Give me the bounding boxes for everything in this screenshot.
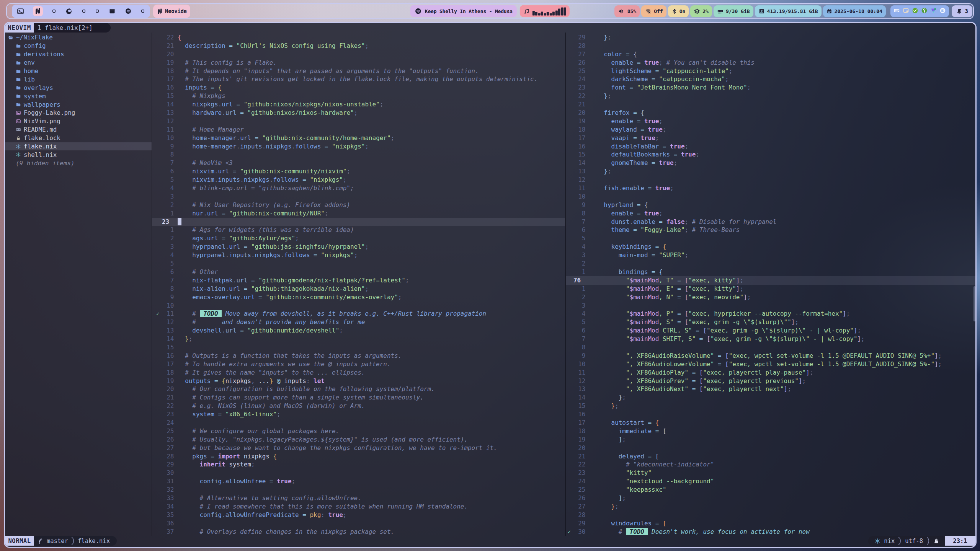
tree-item-nixvim.png[interactable]: NixVim.png: [5, 117, 152, 126]
code-line[interactable]: 19 enable = true;: [566, 117, 975, 126]
code-line[interactable]: 27 # but because we want to change the n…: [152, 444, 565, 452]
workspace-square[interactable]: [140, 9, 145, 13]
code-line[interactable]: 28 pkgs = import nixpkgs {: [152, 452, 565, 461]
workspace-spotify[interactable]: [125, 8, 132, 15]
tray-vpn[interactable]: [930, 7, 937, 15]
code-line[interactable]: 16 inputs = {: [152, 83, 565, 92]
code-line[interactable]: 9 ", XF86AudioRaiseVolume" = ["exec, wpc…: [566, 352, 975, 360]
code-line[interactable]: 13 hardware.url = "github:nixos/nixos-ha…: [152, 109, 565, 117]
code-line[interactable]: 6 "$mainMod CTRL, S" = ["exec, grim -g \…: [566, 326, 975, 335]
tray-screen-lock[interactable]: [903, 7, 909, 15]
code-line[interactable]: 18 # It depends on "inputs" that are pas…: [152, 67, 565, 75]
tree-item-config[interactable]: config: [5, 42, 152, 50]
volume-module[interactable]: 85%: [614, 5, 640, 17]
code-line[interactable]: 16 disableTabBar = true;: [566, 142, 975, 151]
code-line[interactable]: 18 wayland = true;: [566, 126, 975, 134]
code-line[interactable]: 6 nixvim.url = "github:nix-community/nix…: [152, 167, 565, 176]
code-line[interactable]: 12: [152, 117, 565, 126]
code-line[interactable]: 22 # e.g. NixOS (linux) and MacOS (darwi…: [152, 402, 565, 410]
code-line[interactable]: 9 home-manager.inputs.nixpkgs.follows = …: [152, 142, 565, 151]
tree-item-foggy-lake.png[interactable]: Foggy-Lake.png: [5, 109, 152, 117]
tree-item-shell.nix[interactable]: shell.nix: [5, 150, 152, 159]
code-line[interactable]: 25 # We configure our global packages he…: [152, 427, 565, 435]
code-line[interactable]: 12 ", XF86AudioPrev" = ["exec, playerctl…: [566, 377, 975, 385]
code-line[interactable]: 1 nur.url = "github:nix-community/NUR";: [152, 209, 565, 218]
code-line[interactable]: 18 immediate = [: [566, 427, 975, 435]
tree-item-home[interactable]: home: [5, 67, 152, 75]
code-line[interactable]: 32: [152, 486, 565, 494]
code-line[interactable]: 24 darkScheme = "catppuccin-mocha";: [566, 75, 975, 83]
code-line[interactable]: 3: [566, 302, 975, 310]
code-line[interactable]: 24: [152, 419, 565, 427]
buffer-tab[interactable]: 1 flake.nix[2+]: [34, 23, 111, 33]
code-line[interactable]: 7 nix-flatpak.url = "github:gmodena/nix-…: [152, 276, 565, 285]
code-line[interactable]: 33 # Alternative to setting config.allow…: [152, 494, 565, 502]
code-line[interactable]: 21: [566, 100, 975, 109]
code-line[interactable]: 5: [152, 259, 565, 268]
code-line[interactable]: 23: [152, 218, 565, 226]
code-line[interactable]: 29 windowrules = [: [566, 519, 975, 528]
tree-item-env[interactable]: env: [5, 59, 152, 67]
code-line[interactable]: 2: [566, 259, 975, 268]
code-line[interactable]: 18 # It gives the name "inputs" to the .…: [152, 368, 565, 377]
code-line[interactable]: 31 config.allowUnfree = true;: [152, 477, 565, 486]
clock-module[interactable]: 2025-06-18 00:04: [823, 5, 886, 17]
code-line[interactable]: 3 hyprpanel.url = "github:jas-singhfsu/h…: [152, 243, 565, 251]
code-line[interactable]: 23 system = "x86_64-linux";: [152, 410, 565, 419]
code-line[interactable]: 19 outputs = {nixpkgs, ...} @ inputs: le…: [152, 377, 565, 385]
code-line[interactable]: 26 # Usually, "nixpkgs.legacyPackages.${…: [152, 435, 565, 444]
code-line[interactable]: 5 nixvim.inputs.nixpkgs.follows = "nixpk…: [152, 176, 565, 184]
workspace-square[interactable]: [95, 9, 100, 13]
code-line[interactable]: 17 # To handle extra arguments we use th…: [152, 360, 565, 368]
code-line[interactable]: 5: [566, 234, 975, 243]
code-line[interactable]: 3: [152, 192, 565, 201]
media-module[interactable]: Keep Shelly In Athens - Medusa: [410, 5, 517, 17]
tree-item-nixflake[interactable]: ~/NixFlake: [5, 33, 152, 42]
code-line[interactable]: 9 hyprland = {: [566, 201, 975, 209]
code-line[interactable]: 17 # The inputs' git revisions get locke…: [152, 75, 565, 83]
code-line[interactable]: 8: [566, 343, 975, 352]
code-line[interactable]: 7 dunst.enable = false; # Disable for hy…: [566, 218, 975, 226]
code-line[interactable]: 14 };: [152, 335, 565, 343]
code-line[interactable]: 35 config.allowUnfreePredicate = pkg: tr…: [152, 511, 565, 519]
code-line[interactable]: 11 fish.enable = true;: [566, 184, 975, 192]
code-line[interactable]: 6 # Other: [152, 268, 565, 276]
tree-item-derivations[interactable]: derivations: [5, 50, 152, 59]
code-line[interactable]: 10 home-manager.url = "github:nix-commun…: [152, 134, 565, 142]
tree-item-overlays[interactable]: overlays: [5, 83, 152, 92]
code-line[interactable]: 27 };: [566, 502, 975, 511]
code-line[interactable]: 14 nixpkgs.url = "github:nixos/nixpkgs/n…: [152, 100, 565, 109]
code-line[interactable]: 21 description = "ChUrl's NixOS config u…: [152, 42, 565, 50]
code-line[interactable]: 24 "nextcloud --background": [566, 477, 975, 486]
workspace-firefox[interactable]: [65, 7, 73, 15]
code-line[interactable]: 8 nix-alien.url = "github:thiagokokada/n…: [152, 285, 565, 293]
code-line[interactable]: 11 # Home Manager: [152, 126, 565, 134]
tray-key-circle[interactable]: [921, 7, 928, 15]
code-line[interactable]: 4 # blink-cmp.url = "github:saghen/blink…: [152, 184, 565, 192]
workspace-square[interactable]: [52, 9, 56, 13]
wifi-module[interactable]: Off: [641, 5, 666, 17]
code-line[interactable]: 12: [566, 176, 975, 184]
code-line[interactable]: 15 defaultBookmarks = true;: [566, 150, 975, 159]
notifications-module[interactable]: 3: [952, 5, 972, 17]
code-line[interactable]: 1 bindings = {: [566, 268, 975, 276]
code-line[interactable]: 28: [566, 42, 975, 50]
code-line[interactable]: 15: [152, 343, 565, 352]
cpu-module[interactable]: 2%: [690, 5, 712, 17]
tree-item-flake.lock[interactable]: flake.lock: [5, 134, 152, 142]
code-line[interactable]: 20: [566, 444, 975, 452]
code-line[interactable]: 29 inherit system;: [152, 460, 565, 469]
code-line[interactable]: 3 main-mod = "SUPER";: [566, 251, 975, 259]
code-line[interactable]: ✓11 # TODO Move away from devshell, as i…: [152, 310, 565, 318]
code-line[interactable]: 17 autostart = {: [566, 419, 975, 427]
code-line[interactable]: 15 # Nixpkgs: [152, 92, 565, 100]
workspace-neovim[interactable]: [33, 6, 43, 16]
code-line[interactable]: 27 color = {: [566, 50, 975, 59]
code-line[interactable]: 21 # Configs can support more than a sin…: [152, 393, 565, 402]
code-line[interactable]: 22 };: [566, 92, 975, 100]
tree-item-lib[interactable]: lib: [5, 75, 152, 83]
code-line[interactable]: 23 "kitty": [566, 469, 975, 477]
code-line[interactable]: 13 };: [566, 167, 975, 176]
code-line[interactable]: 7 "$mainMod SHIFT, S" = ["exec, grim -g …: [566, 335, 975, 343]
code-line[interactable]: 8: [152, 150, 565, 159]
